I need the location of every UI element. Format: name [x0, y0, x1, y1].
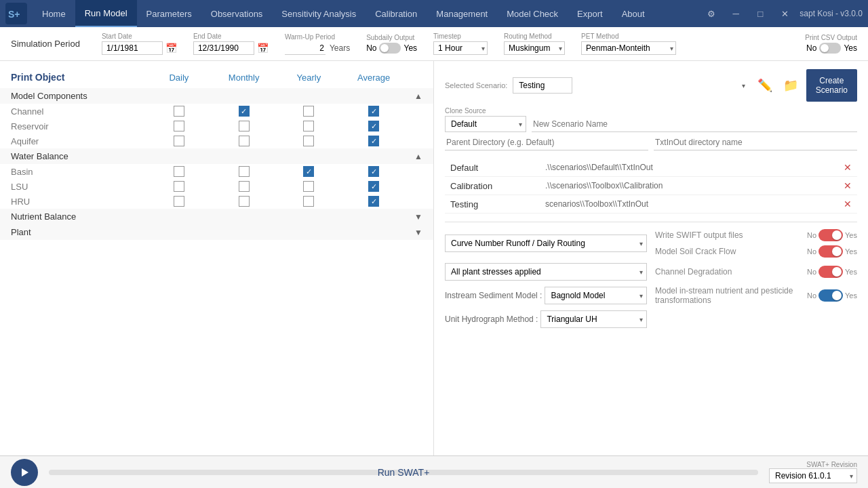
section-model-components-chevron[interactable]: ▲ [414, 92, 422, 101]
section-nutrient-balance-title: Nutrient Balance [11, 211, 146, 222]
swift-yes-label: Yes [845, 231, 857, 239]
aquifer-average-cb[interactable] [368, 136, 379, 146]
reservoir-monthly-cb[interactable] [239, 121, 250, 131]
reservoir-average-cb[interactable] [368, 121, 379, 131]
nav-home[interactable]: Home [33, 0, 75, 27]
channel-daily-cb[interactable] [174, 106, 184, 117]
nav-parameters[interactable]: Parameters [137, 0, 201, 27]
stress-select[interactable]: All plant stresses applied [445, 263, 647, 281]
timestep-select[interactable]: 1 Hour [433, 41, 488, 55]
hru-monthly-cb[interactable] [239, 196, 250, 207]
crack-toggle[interactable] [818, 245, 843, 258]
aquifer-yearly-cb[interactable] [303, 136, 314, 146]
start-date-calendar-icon[interactable]: 📅 [165, 43, 177, 54]
scenario-delete-calibration[interactable]: ✕ [844, 180, 852, 191]
col-monthly: Monthly [212, 73, 277, 83]
reservoir-daily-cb[interactable] [174, 121, 184, 131]
channel-average-cb[interactable] [368, 106, 379, 117]
channel-monthly-cb[interactable] [239, 106, 250, 117]
warmup-input[interactable] [285, 42, 326, 55]
channel-yearly-cb[interactable] [303, 106, 314, 117]
section-nutrient-balance-chevron[interactable]: ▼ [414, 212, 422, 222]
hydro-select[interactable]: Triangular UH [540, 310, 647, 328]
new-scenario-name-input[interactable] [532, 117, 857, 132]
revision-select[interactable]: Revision 61.0.1 [769, 468, 857, 483]
csv-toggle[interactable] [819, 43, 841, 54]
scenario-select[interactable]: Testing Default Calibration [513, 77, 572, 94]
hru-daily-cb[interactable] [174, 196, 184, 207]
scenario-name-calibration: Calibration [450, 181, 545, 191]
parent-dir-row [445, 135, 857, 150]
nav-management[interactable]: Management [427, 0, 497, 27]
end-date-calendar-icon[interactable]: 📅 [257, 43, 269, 54]
routing-field: Routing Method Muskingum [504, 33, 565, 55]
lsu-daily-cb[interactable] [174, 181, 184, 192]
nav-calibration[interactable]: Calibration [366, 0, 427, 27]
nav-run-model[interactable]: Run Model [75, 0, 137, 27]
nutrient-yes-label: Yes [845, 291, 857, 300]
folder-icon-button[interactable]: 📁 [781, 75, 801, 96]
crack-yes-label: Yes [845, 247, 857, 256]
scenario-item-calibration: Calibration .\\scenarios\\Toolbox\\Calib… [445, 177, 857, 195]
reservoir-yearly-cb[interactable] [303, 121, 314, 131]
row-lsu: LSU [0, 179, 433, 194]
timestep-field: Timestep 1 Hour [433, 33, 488, 55]
minimize-button[interactable]: ─ [726, 4, 745, 23]
section-model-components-title: Model Components [11, 91, 146, 101]
parent-dir-input[interactable] [445, 135, 648, 150]
start-date-label: Start Date [102, 33, 177, 40]
nutrient-toggle[interactable] [818, 289, 843, 302]
section-water-balance: Water Balance ▲ [0, 148, 433, 164]
subdaily-toggle[interactable] [379, 43, 401, 54]
basin-monthly-cb[interactable] [239, 166, 250, 177]
lsu-yearly-cb[interactable] [303, 181, 314, 192]
section-plant: Plant ▼ [0, 224, 433, 240]
app-title: sapt Kosi - v3.0.0 [800, 9, 863, 18]
txtinout-dir-input[interactable] [654, 135, 857, 150]
section-water-balance-chevron[interactable]: ▲ [414, 152, 422, 161]
routing-select[interactable]: Muskingum [504, 41, 565, 55]
crack-row: Model Soil Crack Flow No Yes [655, 245, 857, 258]
nav-sensitivity-analysis[interactable]: Sensitivity Analysis [272, 0, 366, 27]
sediment-label: Instream Sediment Model : [445, 291, 542, 300]
aquifer-monthly-cb[interactable] [239, 136, 250, 146]
basin-daily-cb[interactable] [174, 166, 184, 177]
scenario-delete-testing[interactable]: ✕ [844, 199, 852, 209]
csv-no-label: No [806, 43, 816, 53]
hru-average-cb[interactable] [368, 196, 379, 207]
edit-scenario-icon-button[interactable]: ✏️ [755, 75, 775, 96]
run-swat-button[interactable] [11, 459, 38, 486]
start-date-input[interactable] [102, 41, 163, 55]
sediment-select[interactable]: Bagnold Model [545, 287, 647, 304]
obj-reservoir-name: Reservoir [11, 121, 146, 131]
settings-icon-button[interactable]: ⚙ [702, 4, 721, 23]
degradation-toggle[interactable] [818, 266, 843, 278]
sediment-select-wrapper: Bagnold Model [545, 287, 647, 304]
aquifer-daily-cb[interactable] [174, 136, 184, 146]
clone-source-select[interactable]: Default [445, 116, 526, 132]
lsu-average-cb[interactable] [368, 181, 379, 192]
create-scenario-button[interactable]: CreateScenario [806, 69, 857, 102]
lsu-monthly-cb[interactable] [239, 181, 250, 192]
close-button[interactable]: ✕ [775, 4, 794, 23]
nav-export[interactable]: Export [568, 0, 612, 27]
runoff-select[interactable]: Curve Number Runoff / Daily Routing [445, 235, 647, 252]
end-date-input[interactable] [193, 41, 254, 55]
basin-yearly-cb[interactable] [303, 166, 314, 177]
swift-row: Write SWIFT output files No Yes [655, 229, 857, 241]
nav-about[interactable]: About [612, 0, 654, 27]
nav-model-check[interactable]: Model Check [497, 0, 568, 27]
timestep-select-wrapper: 1 Hour [433, 41, 488, 55]
hru-yearly-cb[interactable] [303, 196, 314, 207]
basin-average-cb[interactable] [368, 166, 379, 177]
nav-observations[interactable]: Observations [201, 0, 273, 27]
scenario-delete-default[interactable]: ✕ [844, 162, 852, 173]
crack-label: Model Soil Crack Flow [655, 247, 803, 256]
scenario-list: Default .\\scenarios\\Default\\TxtInOut … [445, 159, 857, 214]
section-plant-chevron[interactable]: ▼ [414, 228, 422, 237]
maximize-button[interactable]: □ [751, 4, 770, 23]
swift-toggle[interactable] [818, 229, 843, 241]
bottom-bar: Run SWAT+ SWAT+ Revision Revision 61.0.1 [0, 455, 868, 488]
pet-select[interactable]: Penman-Monteith [581, 41, 676, 55]
selected-scenario-label: Selected Scenario: [445, 81, 507, 89]
